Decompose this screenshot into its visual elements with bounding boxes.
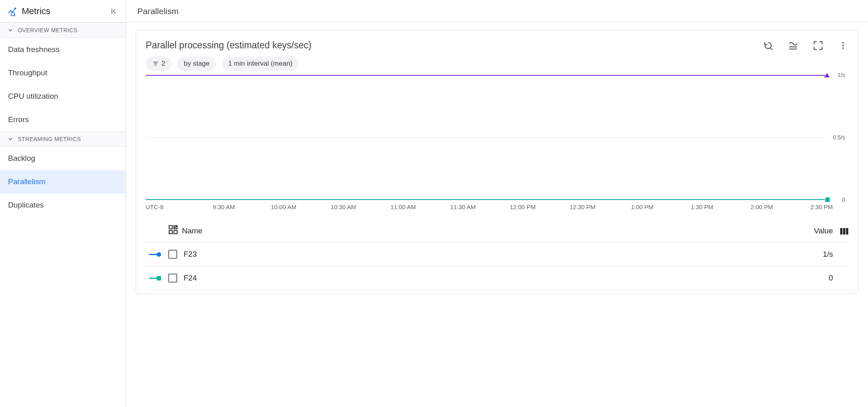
- nav-throughput[interactable]: Throughput: [0, 61, 126, 85]
- legend-row: F24 0: [146, 266, 848, 290]
- series-checkbox[interactable]: [168, 250, 177, 259]
- sidebar-header: Metrics: [0, 0, 126, 23]
- filter-icon: [152, 60, 159, 67]
- x-tick: 11:30 AM: [450, 204, 475, 210]
- interval-chip[interactable]: 1 min interval (mean): [222, 56, 299, 71]
- nav-cpu-utilization[interactable]: CPU utilization: [0, 85, 126, 108]
- nav-data-freshness[interactable]: Data freshness: [0, 38, 126, 61]
- svg-line-3: [770, 48, 772, 50]
- chart-card: Parallel processing (estimated keys/sec): [136, 30, 858, 294]
- svg-rect-13: [840, 228, 843, 235]
- x-tick: 2:00 PM: [750, 204, 773, 210]
- square-marker-icon: [825, 197, 830, 202]
- group-header-streaming[interactable]: Streaming Metrics: [0, 131, 126, 147]
- sidebar: Metrics Overview Metrics Data freshness …: [0, 0, 126, 407]
- svg-rect-14: [843, 228, 845, 235]
- series-checkbox[interactable]: [168, 274, 177, 282]
- svg-point-1: [11, 12, 15, 16]
- x-tick: 12:30 PM: [570, 204, 595, 210]
- chevron-down-icon: [7, 136, 14, 142]
- metrics-icon: [7, 6, 17, 16]
- chevron-down-icon: [7, 27, 14, 33]
- y-tick: 0: [842, 197, 845, 203]
- y-tick: 0.5/s: [833, 134, 845, 141]
- x-tick: 11:00 AM: [391, 204, 416, 210]
- nav-backlog[interactable]: Backlog: [0, 147, 126, 170]
- svg-point-8: [842, 47, 844, 49]
- series-name: F23: [184, 250, 823, 259]
- x-tick: 9:30 AM: [213, 204, 235, 210]
- reset-zoom-icon[interactable]: [763, 40, 773, 51]
- svg-line-2: [14, 15, 16, 16]
- series-swatch-f23: [146, 254, 160, 255]
- series-value: 0: [829, 274, 833, 282]
- x-tick: 10:30 AM: [331, 204, 356, 210]
- timezone-label: UTC-8: [146, 204, 163, 210]
- collapse-sidebar-button[interactable]: [109, 6, 118, 16]
- svg-point-7: [842, 44, 844, 46]
- x-tick: 1:30 PM: [691, 204, 713, 210]
- page-title: Parallelism: [126, 0, 868, 23]
- select-all-icon[interactable]: [168, 225, 178, 237]
- legend-toggle-icon[interactable]: [788, 40, 798, 51]
- group-header-overview[interactable]: Overview Metrics: [0, 23, 126, 38]
- x-tick: 1:00 PM: [631, 204, 653, 210]
- groupby-chip[interactable]: by stage: [177, 56, 216, 71]
- series-value: 1/s: [823, 250, 833, 259]
- legend-table: Name Value F23 1/s: [146, 219, 848, 290]
- filter-chip[interactable]: 2: [146, 56, 172, 71]
- chart-toolbar: [763, 40, 848, 51]
- group-label: Streaming Metrics: [18, 136, 81, 142]
- x-tick: 10:00 AM: [271, 204, 296, 210]
- series-swatch-f24: [146, 278, 160, 279]
- more-vert-icon[interactable]: [838, 40, 848, 51]
- x-axis: UTC-8 9:30 AM 10:00 AM 10:30 AM 11:00 AM…: [146, 200, 825, 212]
- svg-point-0: [14, 7, 17, 9]
- legend-row: F23 1/s: [146, 243, 848, 266]
- triangle-marker-icon: [824, 73, 830, 77]
- series-line-f23: [146, 75, 825, 76]
- columns-icon[interactable]: [839, 226, 848, 235]
- sidebar-title: Metrics: [22, 6, 104, 17]
- nav-duplicates[interactable]: Duplicates: [0, 193, 126, 217]
- svg-rect-15: [846, 228, 849, 235]
- svg-rect-11: [174, 230, 177, 234]
- svg-rect-10: [169, 230, 172, 234]
- legend-header-name: Name: [182, 226, 203, 235]
- legend-header-value: Value: [814, 226, 833, 235]
- series-name: F24: [184, 274, 829, 282]
- main: Parallelism Parallel processing (estimat…: [126, 0, 868, 407]
- x-tick: 2:30 PM: [810, 204, 833, 210]
- svg-rect-9: [169, 226, 172, 229]
- y-tick: 1/s: [837, 72, 845, 78]
- chart-title: Parallel processing (estimated keys/sec): [146, 40, 763, 51]
- x-tick: 12:00 PM: [510, 204, 535, 210]
- nav-errors[interactable]: Errors: [0, 108, 126, 131]
- chart-plot: 1/s 0.5/s 0 UTC-8 9:30 AM 10:00 AM 10:30…: [146, 75, 848, 290]
- svg-point-6: [842, 42, 844, 44]
- fullscreen-icon[interactable]: [813, 40, 823, 51]
- nav-parallelism[interactable]: Parallelism: [0, 170, 126, 193]
- group-label: Overview Metrics: [18, 27, 78, 33]
